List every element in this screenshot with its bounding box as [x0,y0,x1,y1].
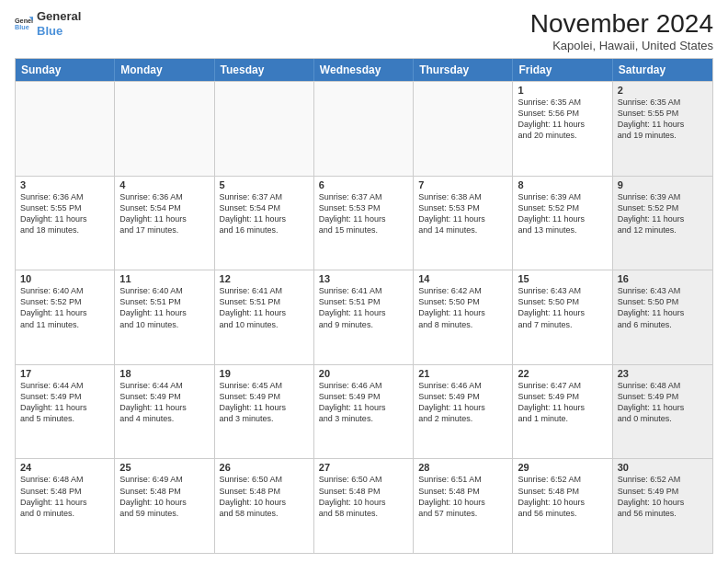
cell-line: Sunrise: 6:48 AM [618,380,708,391]
cell-line: Daylight: 10 hours [220,497,309,508]
day-num-2-4: 14 [418,273,507,284]
cell-line: Sunrise: 6:45 AM [220,380,309,391]
cell-line: Sunset: 5:49 PM [220,391,309,402]
cell-line: Sunset: 5:51 PM [119,296,209,307]
cal-cell-3-6: 23Sunrise: 6:48 AMSunset: 5:49 PMDayligh… [613,365,712,459]
cal-cell-3-5: 22Sunrise: 6:47 AMSunset: 5:49 PMDayligh… [513,365,612,459]
day-num-3-5: 22 [518,368,607,379]
cell-line: Sunset: 5:52 PM [618,202,708,213]
day-num-3-6: 23 [618,368,708,379]
day-num-0-5: 1 [518,85,607,96]
cell-line: Daylight: 10 hours [418,497,507,508]
cell-line: Sunrise: 6:46 AM [418,380,507,391]
cal-cell-4-6: 30Sunrise: 6:52 AMSunset: 5:49 PMDayligh… [613,459,712,553]
cal-row-1: 3Sunrise: 6:36 AMSunset: 5:55 PMDaylight… [16,176,712,270]
cell-line: Daylight: 11 hours [418,213,507,224]
cell-line: Daylight: 11 hours [319,307,408,318]
cal-row-2: 10Sunrise: 6:40 AMSunset: 5:52 PMDayligh… [16,270,712,364]
header: General Blue General Blue November 2024 … [15,9,713,52]
header-sunday: Sunday [16,59,115,81]
cal-cell-1-3: 6Sunrise: 6:37 AMSunset: 5:53 PMDaylight… [314,177,414,270]
cell-line: Daylight: 11 hours [518,402,607,413]
cell-line: and 7 minutes. [518,319,607,330]
day-num-4-3: 27 [319,462,408,473]
cell-line: and 19 minutes. [618,130,708,141]
cell-line: Sunset: 5:54 PM [119,202,209,213]
day-num-1-1: 4 [119,179,209,190]
header-friday: Friday [513,59,612,81]
cal-row-3: 17Sunrise: 6:44 AMSunset: 5:49 PMDayligh… [16,364,712,459]
header-saturday: Saturday [613,59,712,81]
cell-line: Sunrise: 6:52 AM [618,474,708,485]
cell-line: and 20 minutes. [518,130,607,141]
header-wednesday: Wednesday [314,59,414,81]
cell-line: Sunset: 5:51 PM [220,296,309,307]
cal-cell-2-6: 16Sunrise: 6:43 AMSunset: 5:50 PMDayligh… [613,270,712,364]
day-num-2-1: 11 [119,273,209,284]
cell-line: Sunset: 5:52 PM [518,202,607,213]
day-num-3-2: 19 [220,368,309,379]
day-num-3-4: 21 [418,368,507,379]
cell-line: and 56 minutes. [518,508,607,519]
day-num-4-1: 25 [119,462,209,473]
cell-line: Sunset: 5:56 PM [518,108,607,119]
month-title: November 2024 [530,9,713,39]
cell-line: and 6 minutes. [618,319,708,330]
cell-line: and 2 minutes. [418,413,507,424]
cal-cell-2-4: 14Sunrise: 6:42 AMSunset: 5:50 PMDayligh… [414,270,513,364]
cell-line: Sunset: 5:48 PM [119,486,209,497]
cell-line: Daylight: 11 hours [20,213,109,224]
cal-cell-2-2: 12Sunrise: 6:41 AMSunset: 5:51 PMDayligh… [215,270,314,364]
day-num-1-6: 9 [618,179,708,190]
header-thursday: Thursday [414,59,513,81]
cell-line: Sunset: 5:49 PM [618,486,708,497]
cell-line: Sunrise: 6:35 AM [518,97,607,108]
cal-cell-4-4: 28Sunrise: 6:51 AMSunset: 5:48 PMDayligh… [414,459,513,553]
cal-cell-1-1: 4Sunrise: 6:36 AMSunset: 5:54 PMDaylight… [115,177,214,270]
cal-cell-0-4 [414,82,513,176]
cell-line: and 3 minutes. [319,413,408,424]
day-num-4-4: 28 [418,462,507,473]
cell-line: Sunset: 5:54 PM [220,202,309,213]
cell-line: Sunrise: 6:41 AM [220,285,309,296]
cell-line: and 11 minutes. [20,319,109,330]
cal-cell-4-2: 26Sunrise: 6:50 AMSunset: 5:48 PMDayligh… [215,459,314,553]
day-num-2-3: 13 [319,273,408,284]
day-num-1-5: 8 [518,179,607,190]
cell-line: and 0 minutes. [618,413,708,424]
cal-cell-4-5: 29Sunrise: 6:52 AMSunset: 5:48 PMDayligh… [513,459,612,553]
cal-cell-3-1: 18Sunrise: 6:44 AMSunset: 5:49 PMDayligh… [115,365,214,459]
cell-line: Sunrise: 6:50 AM [220,474,309,485]
cell-line: Daylight: 10 hours [119,497,209,508]
cal-cell-2-5: 15Sunrise: 6:43 AMSunset: 5:50 PMDayligh… [513,270,612,364]
cell-line: Sunset: 5:49 PM [418,391,507,402]
day-num-4-0: 24 [20,462,109,473]
day-num-1-4: 7 [418,179,507,190]
cell-line: Daylight: 11 hours [418,402,507,413]
cal-cell-2-0: 10Sunrise: 6:40 AMSunset: 5:52 PMDayligh… [16,270,115,364]
location: Kapolei, Hawaii, United States [530,39,713,52]
cell-line: and 4 minutes. [119,413,209,424]
cell-line: Daylight: 11 hours [20,307,109,318]
cell-line: and 0 minutes. [20,508,109,519]
cell-line: Sunrise: 6:38 AM [418,191,507,202]
cell-line: Daylight: 11 hours [618,307,708,318]
cell-line: Sunset: 5:48 PM [319,486,408,497]
cell-line: Sunrise: 6:44 AM [20,380,109,391]
cal-cell-0-1 [115,82,214,176]
header-tuesday: Tuesday [215,59,314,81]
cal-cell-1-0: 3Sunrise: 6:36 AMSunset: 5:55 PMDaylight… [16,177,115,270]
cell-line: and 1 minute. [518,413,607,424]
day-num-3-3: 20 [319,368,408,379]
cell-line: Sunrise: 6:43 AM [618,285,708,296]
day-num-2-0: 10 [20,273,109,284]
cell-line: Sunrise: 6:48 AM [20,474,109,485]
cal-cell-2-3: 13Sunrise: 6:41 AMSunset: 5:51 PMDayligh… [314,270,414,364]
cell-line: Sunrise: 6:43 AM [518,285,607,296]
cell-line: Sunset: 5:48 PM [418,486,507,497]
cell-line: Sunset: 5:48 PM [518,486,607,497]
cell-line: Sunrise: 6:40 AM [20,285,109,296]
cell-line: Sunset: 5:52 PM [20,296,109,307]
day-num-4-5: 29 [518,462,607,473]
cell-line: Daylight: 10 hours [618,497,708,508]
